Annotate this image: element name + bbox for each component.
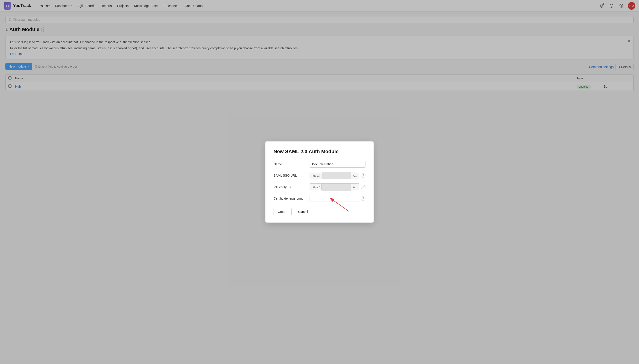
idp-entity-id-wrap: https:/ /au ?	[310, 183, 366, 191]
cancel-button[interactable]: Cancel	[294, 208, 312, 215]
idp-suffix: /au	[351, 184, 359, 190]
saml-sso-url-group: SAML SSO URL https:// /au ?	[274, 172, 366, 179]
saml-sso-url-label: SAML SSO URL	[274, 174, 310, 177]
modal: New SAML 2.0 Auth Module Name SAML SSO U…	[266, 142, 374, 222]
cert-fingerprint-input[interactable]	[310, 195, 359, 202]
modal-actions: Create Cancel	[274, 208, 366, 215]
name-field-group: Name	[274, 161, 366, 168]
create-button[interactable]: Create	[274, 208, 292, 215]
modal-title: New SAML 2.0 Auth Module	[274, 149, 366, 154]
cert-fingerprint-help-button[interactable]: ?	[361, 196, 366, 201]
idp-entity-id-label: IdP entity ID	[274, 186, 310, 189]
cert-fingerprint-label: Certificate fingerprint	[274, 197, 310, 200]
cert-fingerprint-wrap: ?	[310, 195, 366, 202]
idp-masked	[322, 184, 351, 191]
saml-sso-help-button[interactable]: ?	[361, 173, 366, 178]
saml-sso-url-wrap: https:// /au ?	[310, 172, 366, 179]
cert-fingerprint-group: Certificate fingerprint ?	[274, 195, 366, 202]
saml-sso-prefix: https://	[310, 172, 322, 178]
saml-sso-masked	[322, 172, 351, 179]
idp-entity-id-group: IdP entity ID https:/ /au ?	[274, 183, 366, 191]
name-label: Name	[274, 162, 310, 166]
idp-help-button[interactable]: ?	[361, 185, 366, 190]
modal-overlay: New SAML 2.0 Auth Module Name SAML SSO U…	[0, 0, 639, 364]
name-input-wrap	[310, 161, 366, 168]
saml-sso-suffix: /au	[351, 172, 359, 178]
idp-prefix: https:/	[310, 184, 322, 190]
name-input[interactable]	[310, 161, 366, 168]
